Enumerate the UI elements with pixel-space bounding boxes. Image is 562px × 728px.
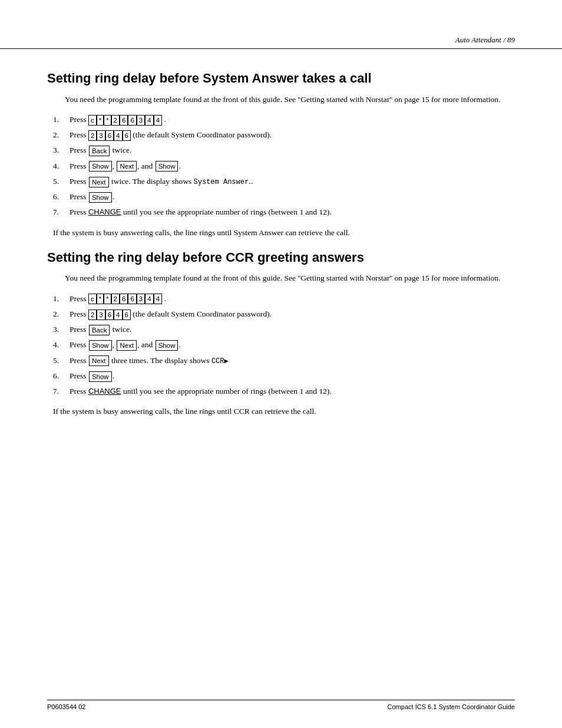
next-key: Next (117, 161, 137, 172)
footer-right: Compact ICS 6.1 System Coordinator Guide (388, 703, 515, 710)
key-2: 2 (88, 309, 97, 320)
key-6b: 6 (128, 115, 136, 126)
key-sequence: 23646 (88, 309, 131, 320)
show-key: Show (89, 340, 112, 351)
step-num: 3. (53, 324, 70, 335)
key-sequence: c**266344 (88, 115, 162, 126)
step-2-4: 4. Press Show, Next, and Show. (53, 339, 515, 351)
key-sequence: 23646 (88, 130, 131, 141)
show-key2: Show (156, 340, 178, 351)
step-content: Press Back twice. (70, 144, 515, 156)
step-2-7: 7. Press CHANGE until you see the approp… (53, 386, 515, 397)
step-content: Press 23646 (the default System Coordina… (70, 129, 515, 141)
key-c: c (88, 294, 97, 304)
section1-intro: You need the programming template found … (65, 94, 515, 106)
display-text: System Answer… (194, 178, 253, 186)
step-1-5: 5. Press Next twice. The display shows S… (53, 176, 515, 187)
step-2-2: 2. Press 23646 (the default System Coord… (53, 308, 515, 320)
page-header: Auto Attendant / 89 (0, 0, 562, 49)
step-1-7: 7. Press CHANGE until you see the approp… (53, 206, 515, 218)
key-sequence: c**266344 (88, 294, 162, 304)
key-2: 2 (111, 115, 120, 126)
step-content: Press Next twice. The display shows Syst… (70, 176, 515, 187)
content: Setting ring delay before System Answer … (0, 49, 562, 440)
section2-intro: You need the programming template found … (65, 272, 515, 284)
show-key: Show (89, 192, 112, 203)
key-star1: * (97, 294, 104, 304)
key-4b: 4 (154, 294, 162, 304)
show-key: Show (89, 371, 112, 382)
step-num: 6. (53, 370, 70, 382)
key-4: 4 (114, 130, 122, 141)
section1-closing: If the system is busy answering calls, t… (53, 227, 515, 239)
step-num: 2. (53, 129, 70, 141)
key-2: 2 (88, 130, 97, 141)
step-num: 5. (53, 176, 70, 187)
key-6b: 6 (123, 309, 131, 320)
step-content: Press Show, Next, and Show. (70, 160, 515, 172)
step-1-6: 6. Press Show. (53, 191, 515, 203)
next-key: Next (89, 177, 109, 187)
back-key: Back (89, 146, 110, 156)
step-content: Press c**266344 . (70, 114, 515, 126)
key-4a: 4 (145, 115, 153, 126)
header-text: Auto Attendant / 89 (455, 35, 515, 45)
key-star1: * (97, 115, 104, 126)
step-num: 4. (53, 339, 70, 351)
step-num: 7. (53, 206, 70, 218)
step-1-2: 2. Press 23646 (the default System Coord… (53, 129, 515, 141)
key-6: 6 (105, 130, 114, 141)
step-content: Press CHANGE until you see the appropria… (70, 386, 515, 397)
step-2-3: 3. Press Back twice. (53, 324, 515, 335)
step-num: 1. (53, 114, 70, 126)
change-key: CHANGE (88, 207, 121, 216)
step-1-1: 1. Press c**266344 . (53, 114, 515, 126)
step-content: Press 23646 (the default System Coordina… (70, 308, 515, 320)
step-num: 1. (53, 293, 70, 305)
step-2-6: 6. Press Show. (53, 370, 515, 382)
section2: Setting the ring delay before CCR greeti… (47, 249, 515, 418)
section2-title: Setting the ring delay before CCR greeti… (47, 249, 515, 266)
display-text: CCR▶ (211, 357, 229, 365)
next-key: Next (117, 340, 137, 351)
step-content: Press Show, Next, and Show. (70, 339, 515, 351)
key-3: 3 (97, 309, 105, 320)
key-6b: 6 (128, 294, 136, 304)
change-key: CHANGE (88, 387, 121, 396)
next-key: Next (89, 355, 109, 366)
key-4: 4 (114, 309, 122, 320)
step-content: Press c**266344 . (70, 293, 515, 305)
step-num: 6. (53, 191, 70, 203)
key-4b: 4 (154, 115, 162, 126)
step-1-4: 4. Press Show, Next, and Show. (53, 160, 515, 172)
page-footer: P0603544 02 Compact ICS 6.1 System Coord… (47, 700, 515, 710)
key-3: 3 (97, 130, 105, 141)
section1-title: Setting ring delay before System Answer … (47, 70, 515, 87)
page: Auto Attendant / 89 Setting ring delay b… (0, 0, 562, 728)
section2-steps: 1. Press c**266344 . 2. Press (53, 293, 515, 398)
step-num: 5. (53, 355, 70, 367)
section1: Setting ring delay before System Answer … (47, 70, 515, 239)
key-star2: * (104, 115, 111, 126)
key-6a: 6 (120, 294, 128, 304)
step-2-5: 5. Press Next three times. The display s… (53, 355, 515, 367)
back-key: Back (89, 325, 110, 335)
step-num: 4. (53, 160, 70, 172)
step-num: 2. (53, 308, 70, 320)
step-num: 3. (53, 144, 70, 156)
step-1-3: 3. Press Back twice. (53, 144, 515, 156)
key-6b: 6 (123, 130, 131, 141)
step-content: Press Show. (70, 370, 515, 382)
section1-steps: 1. Press c**266344 . 2. Press (53, 114, 515, 219)
footer-left: P0603544 02 (47, 703, 85, 710)
key-3: 3 (137, 294, 145, 304)
key-6a: 6 (120, 115, 128, 126)
step-2-1: 1. Press c**266344 . (53, 293, 515, 305)
key-4a: 4 (145, 294, 153, 304)
step-content: Press Back twice. (70, 324, 515, 335)
step-content: Press Show. (70, 191, 515, 203)
section2-closing: If the system is busy answering calls, t… (53, 406, 515, 417)
key-star2: * (104, 294, 111, 304)
key-3: 3 (137, 115, 145, 126)
key-2: 2 (111, 294, 120, 304)
